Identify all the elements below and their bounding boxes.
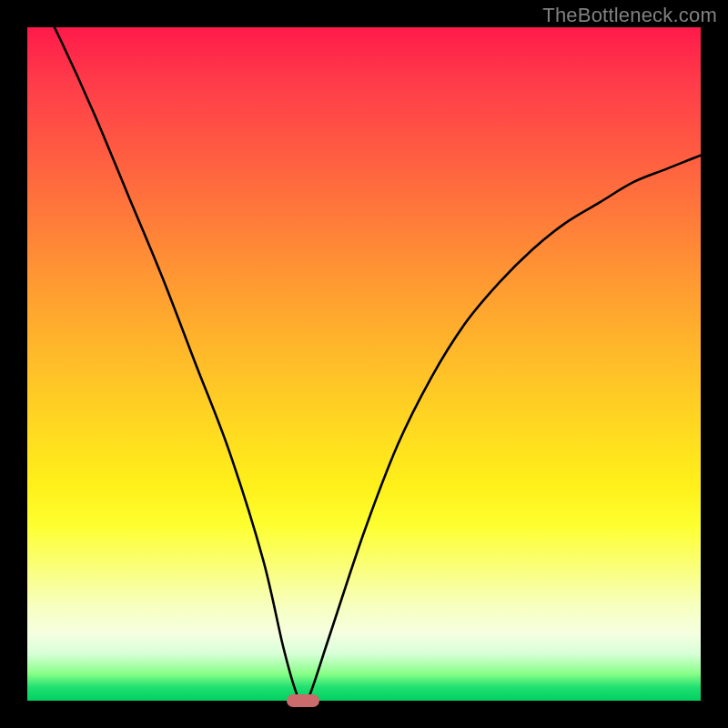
bottleneck-curve — [27, 27, 701, 701]
minimum-marker — [287, 694, 319, 707]
watermark-text: TheBottleneck.com — [542, 4, 717, 27]
chart-plot-area — [27, 27, 701, 701]
curve-svg — [27, 27, 701, 701]
